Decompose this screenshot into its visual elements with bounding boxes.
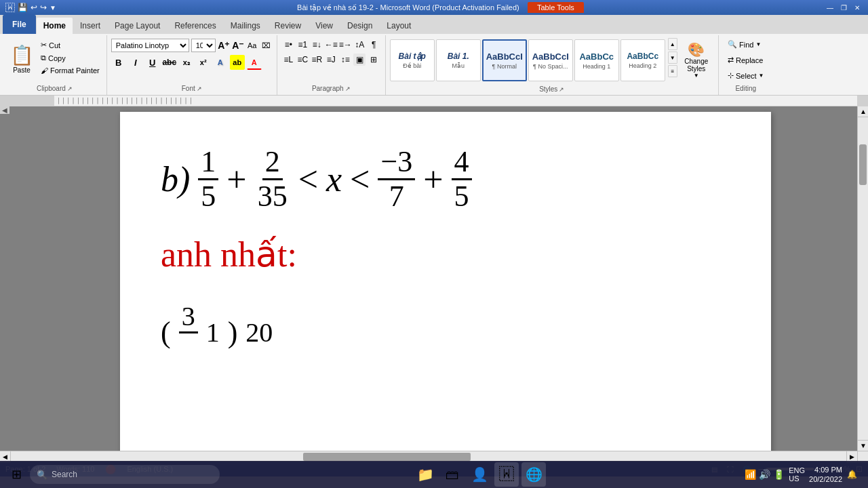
taskbar-app-word[interactable]: 🇼: [494, 462, 519, 487]
table-tools-tab[interactable]: Table Tools: [528, 2, 584, 13]
styles-expand[interactable]: ↗: [559, 86, 564, 93]
clipboard-expand[interactable]: ↗: [67, 85, 73, 92]
tab-review[interactable]: Review: [268, 18, 308, 34]
increase-font-button[interactable]: A⁺: [218, 39, 230, 52]
style-heading-2[interactable]: AaBbCc Heading 2: [620, 39, 665, 81]
align-center-button[interactable]: ≡C: [296, 54, 309, 66]
font-color-button[interactable]: A: [247, 55, 262, 70]
tab-layout[interactable]: Layout: [380, 18, 418, 34]
restore-button[interactable]: ❐: [838, 2, 849, 13]
increase-indent-button[interactable]: ≡→: [339, 39, 351, 51]
tab-mailings[interactable]: Mailings: [224, 18, 267, 34]
font-size-select[interactable]: 10: [191, 39, 216, 52]
decrease-indent-button[interactable]: ←≡: [325, 39, 337, 51]
tab-page-layout[interactable]: Page Layout: [108, 18, 167, 34]
network-icon[interactable]: 📶: [745, 469, 756, 480]
tab-design[interactable]: Design: [340, 18, 379, 34]
scroll-track-horizontal[interactable]: [11, 451, 846, 462]
multilevel-list-button[interactable]: ≡↓: [311, 39, 323, 51]
b-label: b): [161, 159, 190, 199]
show-formatting-button[interactable]: ¶: [368, 39, 380, 51]
font-family-select[interactable]: Palatino Linotyp: [111, 39, 189, 52]
volume-icon[interactable]: 🔊: [759, 469, 770, 480]
superscript-button[interactable]: x²: [196, 55, 211, 70]
taskbar-app-store[interactable]: 🗃: [440, 462, 465, 487]
font-expand[interactable]: ↗: [197, 85, 202, 92]
justify-button[interactable]: ≡J: [325, 54, 337, 66]
battery-icon[interactable]: 🔋: [773, 469, 785, 480]
tray-language: ENG US: [789, 466, 805, 483]
quick-access-redo[interactable]: ↪: [40, 3, 47, 12]
taskbar-app-people[interactable]: 👤: [467, 462, 492, 487]
scrollbar-thumb-horizontal[interactable]: [303, 453, 470, 461]
select-button[interactable]: ⊹ Select ▼: [724, 69, 768, 82]
scroll-up-button[interactable]: ▲: [858, 106, 868, 117]
paragraph-group-content: ≡• ≡1 ≡↓ ←≡ ≡→ ↕A ¶ ≡L ≡C ≡R ≡J ↕≡ ▣ ⊞: [282, 37, 380, 83]
quick-access-undo[interactable]: ↩: [31, 3, 37, 12]
quick-access-save[interactable]: 💾: [18, 3, 28, 12]
frac2-denominator: 35: [255, 180, 290, 213]
format-painter-button[interactable]: 🖌 Format Painter: [38, 65, 102, 76]
para-row-2: ≡L ≡C ≡R ≡J ↕≡ ▣ ⊞: [282, 54, 380, 66]
find-button[interactable]: 🔍 Find ▼: [724, 38, 764, 51]
paragraph-expand[interactable]: ↗: [345, 85, 351, 92]
close-button[interactable]: ✕: [852, 2, 863, 13]
document-area: ◀ b) 1 5 + 2 35: [0, 106, 857, 451]
bullets-button[interactable]: ≡•: [282, 39, 294, 51]
copy-button[interactable]: ⧉ Copy: [38, 52, 102, 64]
tab-references[interactable]: References: [167, 18, 222, 34]
sort-button[interactable]: ↕A: [353, 39, 366, 51]
strikethrough-button[interactable]: abc: [162, 55, 177, 70]
style-mau[interactable]: Bài 1. Mẫu: [436, 39, 481, 81]
tab-view[interactable]: View: [309, 18, 340, 34]
taskbar-search[interactable]: 🔍 Search: [30, 465, 220, 484]
replace-button[interactable]: ⇄ Replace: [724, 54, 766, 66]
taskbar-app-files[interactable]: 📁: [413, 462, 437, 487]
change-case-button[interactable]: Aа: [246, 39, 258, 52]
clear-formatting-button[interactable]: ⌧: [260, 39, 273, 52]
italic-button[interactable]: I: [128, 55, 143, 70]
shading-button[interactable]: ▣: [353, 54, 366, 66]
tab-file[interactable]: File: [3, 15, 36, 34]
scrollbar-thumb[interactable]: [859, 144, 867, 185]
style-de-bai[interactable]: Bài tập Đề bài: [390, 39, 435, 81]
decrease-font-button[interactable]: A⁻: [232, 39, 244, 52]
bold-button[interactable]: B: [111, 55, 126, 70]
subscript-button[interactable]: x₂: [179, 55, 194, 70]
sidebar-collapse[interactable]: ◀: [0, 106, 9, 114]
style-normal[interactable]: AaBbCcI ¶ Normal: [482, 39, 527, 81]
align-left-button[interactable]: ≡L: [282, 54, 294, 66]
notification-button[interactable]: 🔔: [846, 469, 857, 480]
scroll-down-button[interactable]: ▼: [858, 440, 868, 451]
font-group-content: Palatino Linotyp 10 A⁺ A⁻ Aа ⌧ B I U abc…: [111, 37, 273, 83]
borders-button[interactable]: ⊞: [368, 54, 380, 66]
taskbar-app-edge[interactable]: 🌐: [521, 462, 546, 487]
line-spacing-button[interactable]: ↕≡: [339, 54, 351, 66]
highlight-button[interactable]: ab: [230, 55, 245, 70]
text-underlined: anh nhất: [161, 235, 288, 274]
minimize-button[interactable]: —: [825, 2, 835, 13]
scrollbar-vertical[interactable]: ▲ ▼: [857, 106, 868, 451]
styles-gallery: Bài tập Đề bài Bài 1. Mẫu AaBbCcI ¶ Norm…: [390, 37, 714, 84]
cut-button[interactable]: ✂ Cut: [38, 39, 102, 51]
style-no-spacing[interactable]: AaBbCcI ¶ No Spaci...: [528, 39, 573, 81]
numbering-button[interactable]: ≡1: [296, 39, 309, 51]
align-right-button[interactable]: ≡R: [311, 54, 323, 66]
text-effects-button[interactable]: A: [213, 55, 228, 70]
style-heading-1[interactable]: AaBbCc Heading 1: [574, 39, 619, 81]
change-styles-button[interactable]: 🎨 Change Styles ▼: [679, 38, 714, 81]
doc-content[interactable]: b) 1 5 + 2 35 < x <: [54, 106, 837, 451]
style-preview-mau: Bài 1.: [448, 52, 469, 61]
scrollbar-track[interactable]: [858, 185, 868, 440]
quick-access-more[interactable]: ▼: [50, 4, 56, 12]
tab-home[interactable]: Home: [37, 18, 73, 34]
start-button[interactable]: ⊞: [5, 464, 27, 485]
styles-scroll-up[interactable]: ▲: [668, 38, 677, 50]
paste-button[interactable]: 📋 Paste: [7, 38, 37, 81]
styles-scroll-down[interactable]: ▼: [668, 52, 677, 64]
tab-insert[interactable]: Insert: [73, 18, 107, 34]
editing-group: 🔍 Find ▼ ⇄ Replace ⊹ Select ▼ Editing: [719, 35, 773, 95]
styles-scroll-more[interactable]: ≡: [668, 65, 677, 77]
frac1-denominator: 5: [198, 180, 218, 213]
underline-button[interactable]: U: [145, 55, 160, 70]
